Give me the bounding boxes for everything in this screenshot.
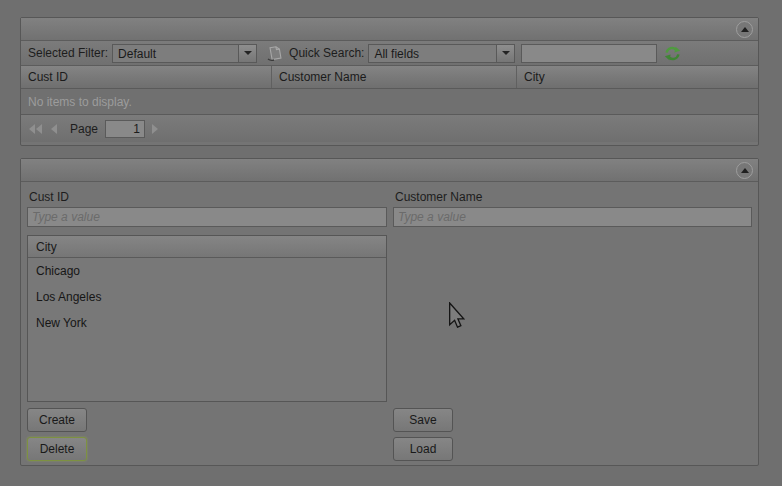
city-list-column-header[interactable]: City — [28, 236, 386, 258]
grid-empty-message: No items to display. — [21, 89, 758, 115]
previous-page-icon[interactable] — [51, 124, 57, 134]
list-item[interactable]: New York — [28, 310, 386, 336]
customer-form-panel: Cust ID City Chicago Los Angeles New Yor… — [20, 158, 759, 466]
save-button[interactable]: Save — [393, 408, 453, 432]
cust-id-label: Cust ID — [27, 188, 387, 207]
customer-name-label: Customer Name — [393, 188, 752, 207]
search-field-combo[interactable]: All fields — [368, 44, 515, 63]
filter-toolbar: Selected Filter: Default Quick Search: — [21, 41, 758, 66]
column-header-customer-name[interactable]: Customer Name — [272, 66, 517, 88]
load-button[interactable]: Load — [393, 437, 453, 461]
triangle-left-glyph — [29, 124, 35, 134]
list-item[interactable]: Chicago — [28, 258, 386, 284]
triangle-right-glyph — [152, 124, 158, 134]
paging-toolbar: Page — [21, 115, 758, 142]
quick-search-input[interactable] — [521, 44, 657, 63]
cust-id-field[interactable] — [27, 207, 387, 227]
triangle-left-glyph — [36, 124, 42, 134]
chevron-up-icon — [741, 27, 749, 32]
selected-filter-combo[interactable]: Default — [112, 44, 257, 63]
filter-document-icon[interactable] — [265, 44, 284, 63]
chevron-down-icon[interactable] — [238, 45, 256, 62]
selected-filter-label: Selected Filter: — [28, 46, 108, 60]
delete-button[interactable]: Delete — [27, 437, 87, 461]
first-page-icon[interactable] — [29, 124, 42, 134]
selected-filter-value: Default — [113, 45, 238, 62]
customer-form-body: Cust ID City Chicago Los Angeles New Yor… — [21, 182, 758, 478]
triangle-left-glyph — [51, 124, 57, 134]
collapse-panel-icon[interactable] — [736, 162, 753, 179]
chevron-down-icon[interactable] — [496, 45, 514, 62]
page-number-input[interactable] — [105, 120, 145, 138]
customers-grid-panel: Selected Filter: Default Quick Search: — [20, 17, 759, 146]
quick-search-label: Quick Search: — [289, 46, 364, 60]
column-header-cust-id[interactable]: Cust ID — [21, 66, 272, 88]
collapse-panel-icon[interactable] — [736, 21, 753, 38]
refresh-icon[interactable] — [664, 45, 681, 62]
next-page-icon[interactable] — [152, 124, 158, 134]
chevron-down-glyph — [502, 51, 510, 55]
list-item[interactable]: Los Angeles — [28, 284, 386, 310]
page-label: Page — [70, 122, 98, 136]
column-header-city[interactable]: City — [517, 66, 758, 88]
city-list: City Chicago Los Angeles New York — [27, 235, 387, 402]
top-panel-header — [21, 18, 758, 41]
search-field-value: All fields — [369, 45, 496, 62]
chevron-up-icon — [741, 168, 749, 173]
chevron-down-glyph — [244, 51, 252, 55]
bottom-panel-header — [21, 159, 758, 182]
app-screen: Selected Filter: Default Quick Search: — [0, 0, 782, 486]
create-button[interactable]: Create — [27, 408, 87, 432]
customer-name-field[interactable] — [393, 207, 752, 227]
grid-header: Cust ID Customer Name City — [21, 66, 758, 89]
